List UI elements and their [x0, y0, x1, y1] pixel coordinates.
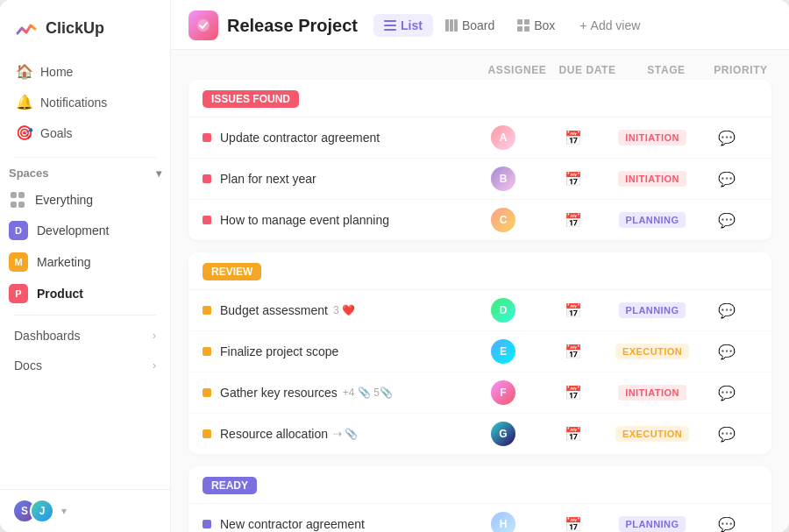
- priority-cell: 💬: [696, 130, 757, 146]
- avatar: A: [491, 125, 515, 150]
- svg-rect-9: [517, 26, 522, 32]
- avatar: F: [491, 380, 515, 405]
- sidebar-item-development[interactable]: D Development: [0, 215, 170, 246]
- task-row[interactable]: Update contractor agreement A 📅 INITIATI…: [188, 117, 771, 159]
- section-header-ready: READY: [188, 466, 771, 504]
- avatar-user2: J: [30, 499, 54, 523]
- priority-cell: 💬: [696, 171, 757, 188]
- task-color-dot: [203, 306, 211, 315]
- col-header-due: Due Date: [552, 64, 622, 76]
- task-meta: 3 ❤️: [333, 304, 355, 316]
- column-headers: Assignee Due Date Stage Priority: [188, 64, 771, 80]
- add-view-button[interactable]: + Add view: [571, 14, 649, 37]
- tab-box[interactable]: Box: [507, 14, 565, 37]
- sidebar-bottom: S J ▾: [0, 489, 170, 532]
- task-row[interactable]: How to manage event planning C 📅 PLANNIN…: [188, 200, 771, 240]
- assignee-cell: A: [468, 125, 538, 150]
- sidebar-item-dashboards[interactable]: Dashboards ›: [0, 321, 170, 351]
- stage-cell: INITIATION: [608, 385, 696, 401]
- stage-cell: EXECUTION: [608, 426, 696, 442]
- sidebar-item-everything[interactable]: Everything: [0, 185, 170, 215]
- task-row[interactable]: Budget assessment 3 ❤️ D 📅 PLANNING 💬: [188, 290, 771, 331]
- avatar: H: [491, 512, 515, 532]
- stage-badge: PLANNING: [619, 516, 686, 532]
- task-name: Resource allocation ⇢ 📎: [220, 427, 468, 441]
- task-color-dot: [203, 520, 211, 528]
- task-name: Plan for next year: [220, 172, 468, 186]
- task-color-dot: [203, 133, 211, 142]
- docs-chevron-icon: ›: [153, 359, 156, 372]
- stage-cell: INITIATION: [608, 130, 696, 145]
- assignee-cell: B: [468, 167, 538, 191]
- tab-list[interactable]: List: [373, 14, 433, 37]
- logo: ClickUp: [0, 0, 170, 53]
- task-name: New contractor agreement: [220, 517, 468, 531]
- due-date-cell: 📅: [538, 302, 608, 319]
- priority-cell: 💬: [696, 212, 757, 229]
- task-meta: +4 📎 5📎: [343, 387, 393, 399]
- avatar: B: [491, 167, 515, 191]
- sidebar-item-product[interactable]: P Product: [0, 278, 170, 309]
- task-row[interactable]: Gather key resources +4 📎 5📎 F 📅 INITIAT…: [188, 372, 771, 414]
- add-view-label: Add view: [591, 18, 641, 32]
- svg-rect-8: [524, 19, 530, 25]
- app-window: ClickUp 🏠 Home 🔔 Notifications 🎯 Goals S…: [0, 0, 789, 532]
- sidebar-item-product-label: Product: [37, 287, 83, 301]
- goals-icon: 🎯: [16, 124, 32, 141]
- sidebar-nav: 🏠 Home 🔔 Notifications 🎯 Goals: [0, 53, 170, 152]
- priority-cell: 💬: [696, 302, 757, 319]
- svg-rect-5: [450, 19, 453, 32]
- assignee-cell: E: [468, 339, 538, 364]
- avatar-user2-initial: J: [32, 500, 53, 521]
- section-badge-review: REVIEW: [203, 263, 261, 280]
- due-date-cell: 📅: [538, 212, 608, 229]
- priority-cell: 💬: [696, 385, 757, 401]
- task-row[interactable]: Resource allocation ⇢ 📎 G 📅 EXECUTION 💬: [188, 414, 771, 454]
- sidebar-item-goals[interactable]: 🎯 Goals: [7, 117, 163, 148]
- sidebar: ClickUp 🏠 Home 🔔 Notifications 🎯 Goals S…: [0, 0, 171, 532]
- view-tabs: List Board Box + Add view: [373, 14, 649, 37]
- assignee-cell: H: [468, 512, 538, 532]
- due-date-cell: 📅: [538, 171, 608, 188]
- sidebar-item-notifications[interactable]: 🔔 Notifications: [7, 87, 163, 117]
- section-header-review: REVIEW: [188, 252, 771, 290]
- stage-cell: PLANNING: [608, 212, 696, 228]
- section-badge-ready: READY: [203, 477, 257, 494]
- project-icon-svg: [195, 18, 211, 33]
- section-ready: READY New contractor agreement H 📅 PLANN…: [188, 466, 771, 532]
- task-color-dot: [203, 174, 211, 183]
- docs-label: Docs: [14, 358, 42, 372]
- avatar: E: [491, 339, 515, 364]
- add-icon: +: [579, 18, 586, 32]
- tab-board[interactable]: Board: [435, 14, 505, 37]
- stage-cell: PLANNING: [608, 302, 696, 318]
- sidebar-item-development-label: Development: [37, 223, 110, 238]
- stage-badge: EXECUTION: [615, 344, 689, 359]
- task-row[interactable]: Finalize project scope E 📅 EXECUTION 💬: [188, 331, 771, 372]
- sidebar-item-marketing-label: Marketing: [37, 255, 90, 269]
- task-row[interactable]: Plan for next year B 📅 INITIATION 💬: [188, 159, 771, 200]
- sidebar-item-docs[interactable]: Docs ›: [0, 351, 170, 380]
- avatar: G: [491, 422, 515, 446]
- sidebar-item-marketing[interactable]: M Marketing: [0, 246, 170, 278]
- priority-cell: 💬: [696, 344, 757, 360]
- dashboards-label: Dashboards: [14, 329, 81, 343]
- section-header-issues: ISSUES FOUND: [188, 80, 771, 117]
- tab-board-label: Board: [462, 18, 494, 32]
- sidebar-item-notifications-label: Notifications: [40, 96, 107, 110]
- home-icon: 🏠: [16, 63, 32, 80]
- task-row[interactable]: New contractor agreement H 📅 PLANNING 💬: [188, 504, 771, 532]
- sidebar-item-home[interactable]: 🏠 Home: [7, 56, 163, 87]
- svg-rect-2: [384, 25, 396, 26]
- svg-rect-10: [524, 26, 530, 32]
- sidebar-item-goals-label: Goals: [40, 126, 73, 140]
- task-color-dot: [203, 388, 211, 397]
- dashboards-chevron-icon: ›: [153, 330, 156, 342]
- app-name: ClickUp: [46, 19, 104, 38]
- stage-badge: PLANNING: [619, 302, 686, 318]
- task-name: Update contractor agreement: [220, 131, 468, 145]
- stage-badge: INITIATION: [618, 385, 686, 401]
- stage-badge: INITIATION: [618, 130, 686, 145]
- section-review: REVIEW Budget assessment 3 ❤️ D 📅 PLANNI…: [188, 252, 771, 454]
- task-name: How to manage event planning: [220, 213, 468, 227]
